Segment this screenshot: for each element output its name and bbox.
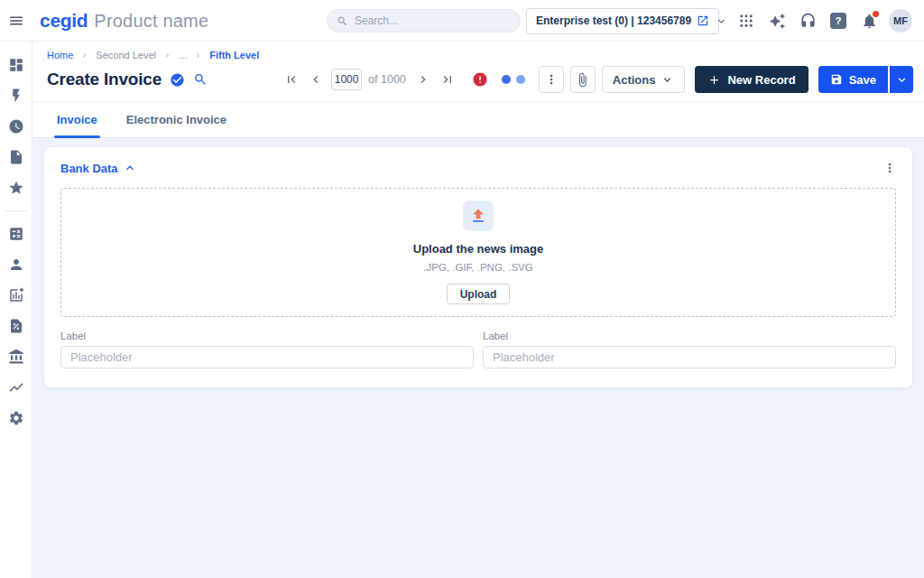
tab-bar: Invoice Electronic Invoice <box>32 102 924 138</box>
new-record-button[interactable]: New Record <box>695 66 808 93</box>
error-badge-icon[interactable] <box>472 71 488 88</box>
header-actions: Enterprise test (0) | 123456789 ? MF <box>526 0 912 42</box>
chevron-up-icon <box>123 161 137 175</box>
save-label: Save <box>849 73 876 87</box>
prev-page-icon[interactable] <box>305 69 327 90</box>
add-chart-icon[interactable] <box>8 287 24 303</box>
status-dot-dark[interactable] <box>502 75 511 84</box>
enterprise-label: Enterprise test (0) | 123456789 <box>536 14 691 27</box>
first-page-icon[interactable] <box>281 69 302 90</box>
chevron-right-icon <box>194 51 202 60</box>
field-2-input[interactable] <box>483 346 896 368</box>
notification-dot <box>873 11 879 17</box>
save-split-button: Save <box>818 66 913 93</box>
upload-button[interactable]: Upload <box>447 284 511 304</box>
calculator-icon[interactable] <box>8 226 24 242</box>
status-dot-light[interactable] <box>516 75 525 84</box>
global-search[interactable] <box>327 9 521 33</box>
breadcrumb-ellipsis[interactable]: ... <box>179 50 187 61</box>
brand-logo: cegid Product name <box>40 10 208 32</box>
main-area: Home Second Level ... Fifth Level Create… <box>32 42 924 578</box>
upload-formats: .JPG, .GIF, .PNG, .SVG <box>423 262 532 273</box>
enterprise-selector[interactable]: Enterprise test (0) | 123456789 <box>526 8 719 34</box>
field-2: Label <box>483 331 896 368</box>
bank-data-card: Bank Data Upload the news image .JPG, .G… <box>43 146 913 388</box>
search-input[interactable] <box>355 14 511 27</box>
check-circle-icon[interactable] <box>170 72 185 88</box>
field-1-input[interactable] <box>60 346 474 368</box>
ai-sparkles-icon[interactable] <box>766 8 788 33</box>
avatar[interactable]: MF <box>889 9 912 33</box>
chevron-down-icon <box>895 73 909 87</box>
floppy-save-icon <box>830 73 843 86</box>
favorites-star-icon[interactable] <box>8 180 24 196</box>
bank-data-toggle[interactable]: Bank Data <box>60 161 137 175</box>
record-toolbar: of 1000 Actions N <box>281 66 913 93</box>
kebab-menu-icon[interactable] <box>539 66 564 93</box>
upload-icon <box>463 200 494 231</box>
brand-name: cegid <box>40 10 88 32</box>
breadcrumb-second-level[interactable]: Second Level <box>96 50 156 61</box>
record-search-icon[interactable] <box>193 72 208 87</box>
chevron-right-icon <box>163 51 171 60</box>
new-record-label: New Record <box>727 73 795 87</box>
section-header: Bank Data <box>44 147 912 186</box>
save-dropdown-button[interactable] <box>890 66 913 93</box>
breadcrumb-home[interactable]: Home <box>47 50 73 61</box>
actions-label: Actions <box>613 73 656 87</box>
menu-icon[interactable] <box>0 0 32 42</box>
settings-gear-icon[interactable] <box>8 410 24 426</box>
support-headset-icon[interactable] <box>797 8 818 33</box>
paperclip-icon[interactable] <box>570 66 596 93</box>
open-in-new-icon[interactable] <box>697 14 709 27</box>
last-page-icon[interactable] <box>437 69 458 90</box>
plus-icon <box>707 73 721 87</box>
apps-grid-icon[interactable] <box>735 8 757 33</box>
actions-button[interactable]: Actions <box>602 66 686 93</box>
field-label: Label <box>483 331 896 341</box>
breadcrumb: Home Second Level ... Fifth Level <box>32 42 924 62</box>
history-clock-icon[interactable] <box>8 118 24 135</box>
sidebar-divider <box>5 210 27 211</box>
field-label: Label <box>60 331 474 341</box>
help-icon[interactable]: ? <box>827 8 849 33</box>
section-title: Bank Data <box>60 162 118 175</box>
tab-invoice[interactable]: Invoice <box>54 113 100 137</box>
help-glyph: ? <box>830 13 846 29</box>
notifications-bell-icon[interactable] <box>858 8 880 33</box>
form-fields: Label Label <box>60 331 896 387</box>
tab-electronic-invoice[interactable]: Electronic Invoice <box>124 113 229 137</box>
invoice-percent-icon[interactable] <box>8 318 24 334</box>
left-sidebar <box>0 42 32 578</box>
chevron-right-icon <box>80 51 88 60</box>
title-toolbar-row: Create Invoice of 1000 <box>32 62 924 102</box>
dashboard-icon[interactable] <box>8 57 24 73</box>
flash-icon[interactable] <box>8 88 24 104</box>
bank-icon[interactable] <box>8 349 24 365</box>
documents-icon[interactable] <box>8 149 24 165</box>
chevron-down-icon <box>661 73 674 87</box>
product-name: Product name <box>94 11 208 32</box>
upload-title: Upload the news image <box>413 242 543 256</box>
next-page-icon[interactable] <box>412 69 434 90</box>
page-title: Create Invoice <box>47 70 162 89</box>
top-header: cegid Product name Enterprise test (0) |… <box>0 0 924 42</box>
status-dots <box>502 75 525 84</box>
record-number-input[interactable] <box>331 69 362 90</box>
save-button[interactable]: Save <box>818 66 888 93</box>
content-area: Bank Data Upload the news image .JPG, .G… <box>32 138 924 578</box>
record-total-label: of 1000 <box>368 73 406 86</box>
breadcrumb-current: Fifth Level <box>209 50 259 61</box>
upload-dropzone[interactable]: Upload the news image .JPG, .GIF, .PNG, … <box>60 188 896 317</box>
field-1: Label <box>60 331 474 368</box>
trend-chart-icon[interactable] <box>8 379 24 396</box>
record-pagination: of 1000 <box>281 69 458 90</box>
section-kebab-icon[interactable] <box>881 159 899 177</box>
chevron-down-icon <box>715 14 728 28</box>
search-icon <box>337 15 348 27</box>
people-icon[interactable] <box>8 256 24 273</box>
